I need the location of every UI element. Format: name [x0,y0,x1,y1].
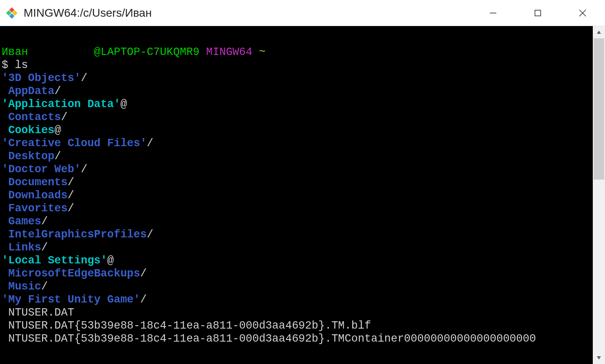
ls-entry: Links/ [2,241,591,254]
ls-entry: IntelGraphicsProfiles/ [2,228,591,241]
terminal-output[interactable]: Иван@LAPTOP-C7UKQMR9 MINGW64 ~$ ls'3D Ob… [0,26,593,364]
window-titlebar: MINGW64:/c/Users/Иван [0,0,605,26]
mingw-icon [6,7,18,19]
prompt-line: Иван@LAPTOP-C7UKQMR9 MINGW64 ~ [2,46,591,59]
ls-entry: Documents/ [2,176,591,189]
ls-entry: NTUSER.DAT{53b39e88-18c4-11ea-a811-000d3… [2,319,591,332]
svg-marker-9 [597,356,601,360]
close-button[interactable] [560,0,605,26]
ls-entry: Cookies@ [2,124,591,137]
terminal-container: Иван@LAPTOP-C7UKQMR9 MINGW64 ~$ ls'3D Ob… [0,26,605,364]
ls-entry: Desktop/ [2,150,591,163]
ls-entry: 'Local Settings'@ [2,254,591,267]
ls-entry: 'Application Data'@ [2,98,591,111]
svg-marker-8 [597,31,601,34]
ls-entry: 'Creative Cloud Files'/ [2,137,591,150]
ls-entry: Downloads/ [2,189,591,202]
window-title: MINGW64:/c/Users/Иван [24,7,471,20]
minimize-button[interactable] [471,0,515,26]
scrollbar-track[interactable] [593,38,605,352]
ls-entry: Games/ [2,215,591,228]
ls-entry: MicrosoftEdgeBackups/ [2,267,591,280]
ls-entry: Contacts/ [2,111,591,124]
ls-entry: NTUSER.DAT [2,306,591,319]
scroll-up-arrow[interactable] [593,26,605,38]
ls-entry: Favorites/ [2,202,591,215]
ls-entry: Music/ [2,280,591,293]
command-line: $ ls [2,59,591,72]
maximize-button[interactable] [515,0,560,26]
ls-entry: '3D Objects'/ [2,72,591,85]
ls-entry: 'Doctor Web'/ [2,163,591,176]
svg-rect-5 [535,10,541,16]
ls-entry: 'My First Unity Game'/ [2,293,591,306]
vertical-scrollbar[interactable] [593,26,605,364]
ls-entry: AppData/ [2,85,591,98]
scroll-down-arrow[interactable] [593,352,605,364]
scrollbar-thumb[interactable] [594,38,604,180]
ls-entry: NTUSER.DAT{53b39e88-18c4-11ea-a811-000d3… [2,332,591,345]
window-controls [471,0,605,26]
